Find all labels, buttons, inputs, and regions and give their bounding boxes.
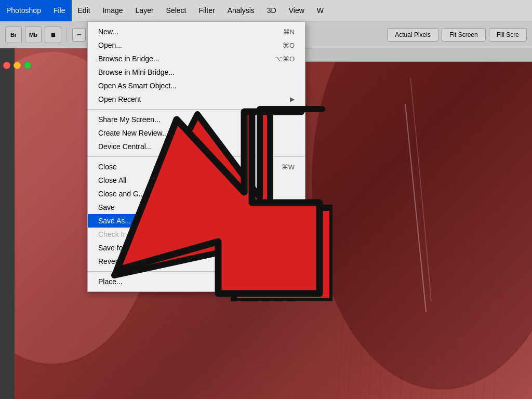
minimize-window-button[interactable] [14,62,21,69]
menu-window[interactable]: W [311,0,330,21]
menu-item-close-and[interactable]: Close and G... [88,187,305,201]
file-dropdown-menu: New... ⌘N Open... ⌘O Browse in Bridge...… [87,21,305,292]
extra-icon-button[interactable]: ▦ [45,26,61,43]
app-frame: Photoshop File Edit Image Layer Select F… [0,0,532,399]
menu-item-place[interactable]: Place... [88,275,305,288]
mini-bridge-button[interactable]: Mb [25,26,42,43]
menu-item-check-in: Check In... [88,228,305,241]
menu-item-create-review[interactable]: Create New Review... [88,126,305,140]
menu-image[interactable]: Image [97,0,129,21]
menu-item-revert[interactable]: Revert F12 [88,255,305,268]
close-window-button[interactable] [3,62,10,69]
left-tool-panel [0,21,15,399]
menu-item-share-screen[interactable]: Share My Screen... [88,113,305,126]
menu-photoshop[interactable]: Photoshop [0,0,47,21]
menu-filter[interactable]: Filter [193,0,221,21]
menu-divider-2 [88,156,305,157]
menu-section-open: New... ⌘N Open... ⌘O Browse in Bridge...… [88,24,305,107]
menu-item-device-central[interactable]: Device Central... [88,140,305,153]
fill-screen-button[interactable]: Fill Scre [489,28,527,42]
menu-select[interactable]: Select [160,0,193,21]
actual-pixels-button[interactable]: Actual Pixels [387,28,438,42]
menu-3d[interactable]: 3D [261,0,283,21]
menu-item-open[interactable]: Open... ⌘O [88,38,305,52]
fit-screen-button[interactable]: Fit Screen [442,28,486,42]
menu-layer[interactable]: Layer [129,0,160,21]
menu-section-save: Close ⌘W Close All Close and G... Save ⌘… [88,159,305,269]
menu-file[interactable]: File [47,0,72,21]
menu-item-save-as[interactable]: Save As... ⇧⌘S [88,214,305,228]
menu-section-share: Share My Screen... Create New Review... … [88,112,305,154]
menu-item-save[interactable]: Save ⌘S [88,201,305,214]
window-controls [3,62,31,69]
menu-item-close[interactable]: Close ⌘W [88,160,305,174]
menu-item-close-all[interactable]: Close All [88,174,305,187]
menu-item-open-smart[interactable]: Open As Smart Object... [88,79,305,92]
menu-edit[interactable]: Edit [72,0,97,21]
zoom-out-button[interactable]: − [72,28,86,42]
menu-item-browse-minibridge[interactable]: Browse in Mini Bridge... [88,65,305,79]
menu-divider-3 [88,271,305,272]
maximize-window-button[interactable] [24,62,31,69]
menu-item-save-web[interactable]: Save for Web & Devices... ⌥⇧⌘S [88,241,305,255]
toolbar-separator-1 [66,28,67,42]
menu-analysis[interactable]: Analysis [221,0,261,21]
menubar: Photoshop File Edit Image Layer Select F… [0,0,532,21]
menu-item-new[interactable]: New... ⌘N [88,25,305,38]
menu-item-browse-bridge[interactable]: Browse in Bridge... ⌥⌘O [88,52,305,65]
menu-item-open-recent[interactable]: Open Recent ▶ [88,92,305,106]
menu-divider-1 [88,109,305,110]
bridge-button[interactable]: Br [5,26,22,43]
menu-section-place: Place... [88,274,305,289]
menu-view[interactable]: View [283,0,311,21]
